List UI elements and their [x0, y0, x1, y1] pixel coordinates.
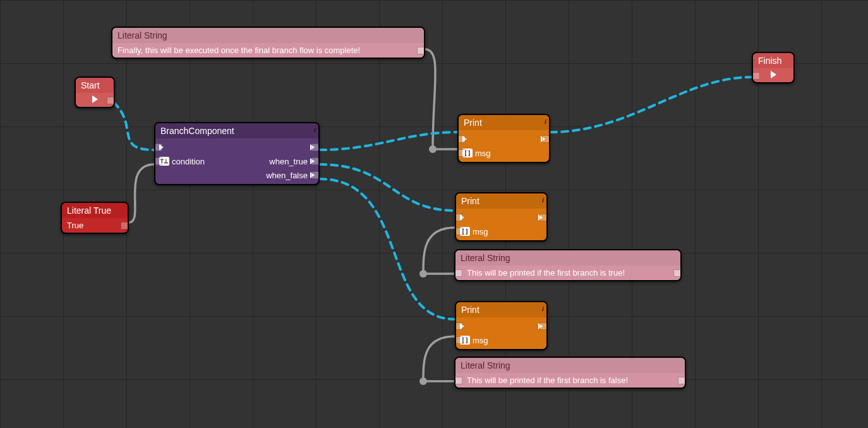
- node-header: Print i: [456, 193, 546, 209]
- edges-layer: [0, 0, 868, 428]
- edge-junction-to-print3-msg: [423, 336, 455, 381]
- junction-dot: [429, 145, 437, 153]
- port-exec-out[interactable]: [539, 214, 547, 221]
- node-title: Literal String: [461, 360, 510, 370]
- info-icon[interactable]: i: [542, 305, 544, 312]
- node-header: Literal String: [112, 28, 424, 43]
- node-finish[interactable]: Finish: [752, 52, 795, 83]
- port-exec-out[interactable]: [539, 322, 547, 330]
- msg-label: msg: [475, 149, 491, 158]
- node-header: Print i: [459, 115, 549, 130]
- port-exec-out[interactable]: [107, 97, 114, 104]
- info-icon[interactable]: i: [314, 126, 316, 133]
- port-msg-in[interactable]: [455, 336, 463, 344]
- node-print-1[interactable]: Print i [ ] msg: [457, 114, 550, 163]
- edge-literaltrue-to-condition: [129, 164, 154, 223]
- node-header: BranchComponent i: [155, 123, 318, 138]
- node-title: Literal True: [67, 205, 111, 216]
- port-data-out[interactable]: [121, 222, 128, 229]
- info-icon[interactable]: i: [545, 118, 546, 125]
- node-header: Print i: [456, 302, 546, 317]
- node-title: Print: [461, 305, 479, 315]
- play-icon: [92, 95, 98, 103]
- literal-value: True: [67, 221, 83, 230]
- node-literal-true[interactable]: Literal True True: [61, 202, 129, 234]
- port-exec-in[interactable]: [455, 214, 463, 221]
- port-condition-in[interactable]: [155, 157, 162, 165]
- msg-label: msg: [473, 336, 488, 345]
- port-data-out[interactable]: [673, 269, 681, 277]
- play-icon: [771, 71, 776, 78]
- node-title: Start: [81, 80, 100, 90]
- port-data-out[interactable]: [455, 377, 462, 384]
- node-start[interactable]: Start: [75, 76, 115, 108]
- edge-print1-to-finish: [550, 77, 752, 132]
- condition-label: condition: [172, 157, 205, 166]
- port-exec-in[interactable]: [458, 135, 466, 143]
- node-header: Literal String: [455, 250, 680, 266]
- edge-start-to-branch: [114, 102, 154, 150]
- port-exec-in[interactable]: [155, 144, 162, 151]
- edge-junction-to-print2-msg: [423, 228, 455, 274]
- node-header: Literal True: [62, 203, 128, 218]
- port-exec-out[interactable]: [311, 144, 319, 151]
- edge-literalstring-top-down: [425, 49, 435, 149]
- node-title: Literal String: [461, 253, 510, 263]
- node-branch[interactable]: BranchComponent i T⊥ condition when_true: [154, 122, 320, 185]
- junction-dot: [419, 270, 427, 278]
- port-when-false-out[interactable]: [311, 171, 319, 179]
- port-exec-out[interactable]: [542, 135, 550, 143]
- when-true-label: when_true: [269, 157, 308, 166]
- node-literal-string-1[interactable]: Literal String Finally, this will be exe…: [111, 27, 425, 59]
- port-data-out[interactable]: [678, 377, 685, 384]
- literal-value: This will be printed if the first branch…: [461, 268, 625, 278]
- port-data-out[interactable]: [417, 47, 425, 54]
- port-when-true-out[interactable]: [311, 157, 319, 165]
- node-literal-string-2[interactable]: Literal String This will be printed if t…: [454, 249, 682, 281]
- literal-value: This will be printed if the first branch…: [461, 376, 628, 385]
- port-data-out[interactable]: [455, 269, 462, 277]
- node-literal-string-3[interactable]: Literal String This will be printed if t…: [454, 357, 686, 389]
- node-print-3[interactable]: Print i [ ] msg: [455, 301, 548, 350]
- node-title: Print: [461, 196, 479, 206]
- node-title: Literal String: [118, 30, 167, 40]
- msg-label: msg: [473, 227, 488, 236]
- node-title: Print: [464, 118, 482, 128]
- when-false-label: when_false: [266, 171, 308, 180]
- node-header: Start: [76, 78, 114, 93]
- info-icon[interactable]: i: [542, 196, 544, 204]
- node-graph-canvas[interactable]: Start Finish Literal True True Literal S…: [0, 0, 868, 428]
- node-print-2[interactable]: Print i [ ] msg: [455, 192, 548, 242]
- edge-branch-to-print1: [320, 132, 457, 150]
- literal-value: Finally, this will be executed once the …: [118, 46, 360, 55]
- node-title: BranchComponent: [160, 126, 234, 136]
- port-msg-in[interactable]: [458, 149, 466, 157]
- node-header: Literal String: [455, 358, 685, 373]
- junction-dot: [419, 377, 427, 385]
- node-title: Finish: [758, 56, 781, 66]
- edge-branch-false-to-print3: [320, 179, 455, 319]
- edge-branch-true-to-print2: [320, 164, 455, 211]
- port-msg-in[interactable]: [455, 228, 463, 235]
- port-exec-in[interactable]: [752, 72, 760, 80]
- node-header: Finish: [753, 53, 793, 68]
- port-exec-in[interactable]: [455, 322, 463, 330]
